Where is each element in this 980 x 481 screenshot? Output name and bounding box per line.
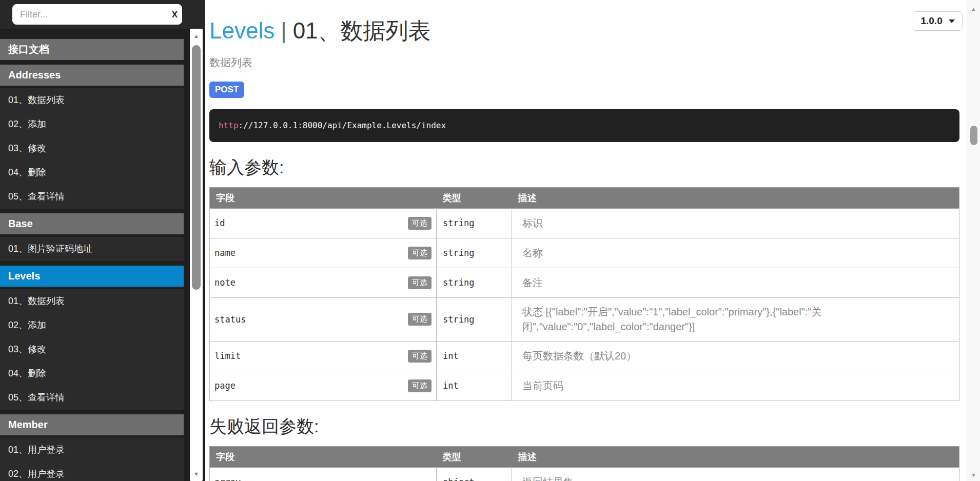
table-row: note可选string备注 [210,268,959,297]
api-name-link[interactable]: Levels [209,18,275,43]
table-header-cell: 类型 [437,446,512,467]
sidebar-nav-zone: 接口文档 Addresses01、数据列表02、添加03、修改04、删除05、查… [0,29,205,481]
table-header-cell: 描述 [512,446,959,467]
main-content: 1.0.0 Levels|01、数据列表 数据列表 POST http://12… [205,0,980,481]
type-name: string [443,277,474,288]
sidebar-item[interactable]: 02、添加 [0,112,184,136]
url-path: ://127.0.0.1:8000/api/Example.Levels/ind… [239,121,446,130]
type-name: string [443,314,474,325]
sidebar-item[interactable]: 01、数据列表 [0,88,184,112]
sidebar-doc-header: 接口文档 [0,39,184,60]
field-name: id [214,218,225,228]
type-name: string [443,218,474,228]
scroll-down-icon[interactable]: ▼ [967,472,980,478]
scroll-down-icon[interactable]: ▼ [190,471,203,477]
title-separator: | [275,18,292,43]
filter-input[interactable] [12,4,182,25]
scroll-up-icon[interactable]: ▲ [190,33,203,39]
table-header-row: 字段类型描述 [210,446,959,467]
sidebar-item[interactable]: 02、用户登录 [0,462,184,481]
optional-badge: 可选 [408,350,432,363]
http-method-badge: POST [209,82,244,98]
type-name: int [443,380,459,391]
description-cell: 返回结果集 [512,467,959,481]
table-header-row: 字段类型描述 [210,187,959,208]
fail-return-params-section: 失败返回参数: 字段类型描述 arrayobject返回结果集 [209,415,959,481]
sidebar-group-header[interactable]: Base [0,213,184,234]
field-cell: id可选 [210,208,437,238]
sidebar-item[interactable]: 02、添加 [0,313,184,337]
sidebar-item[interactable]: 01、用户登录 [0,438,184,462]
table-row: status可选string状态 [{"label":"开启","value":… [210,297,959,341]
description-cell: 状态 [{"label":"开启","value":"1","label_col… [512,297,959,341]
description-cell: 备注 [512,268,959,297]
field-name: page [214,380,236,391]
field-cell: status可选 [210,297,437,341]
field-name: note [214,277,236,288]
sidebar-scrollbar-thumb[interactable] [192,45,201,290]
scroll-up-icon[interactable]: ▲ [967,6,980,12]
table-row: limit可选int每页数据条数（默认20） [210,341,959,371]
params-table: 字段类型描述 arrayobject返回结果集 [209,446,959,481]
description-cell: 名称 [512,238,959,268]
app-window: X 接口文档 Addresses01、数据列表02、添加03、修改04、删除05… [0,0,980,481]
sidebar-group-header[interactable]: Levels [0,266,184,287]
version-dropdown[interactable]: 1.0.0 [913,11,963,31]
description-cell: 标识 [512,208,959,238]
type-cell: string [437,208,512,238]
field-cell: page可选 [210,371,437,400]
field-name: name [214,248,236,258]
description-cell: 当前页码 [512,371,959,400]
table-header-cell: 描述 [512,187,959,208]
sidebar-item[interactable]: 01、数据列表 [0,289,184,313]
method-description: 数据列表 [209,55,959,70]
optional-badge: 可选 [408,379,432,392]
sidebar-item[interactable]: 03、修改 [0,136,184,161]
optional-badge: 可选 [408,276,432,289]
table-row: arrayobject返回结果集 [210,467,959,481]
field-name: array [214,477,241,481]
sidebar-item[interactable]: 01、图片验证码地址 [0,237,184,261]
table-header-cell: 字段 [210,446,437,467]
type-cell: int [437,371,512,400]
caret-down-icon [949,19,955,23]
type-cell: string [437,297,512,341]
field-cell: name可选 [210,238,437,268]
url-scheme: http [219,121,239,130]
optional-badge: 可选 [408,313,432,326]
page-title: Levels|01、数据列表 [209,17,959,45]
sidebar-item[interactable]: 04、删除 [0,362,184,386]
sidebar-scrollbar[interactable]: ▲ ▼ [190,29,203,481]
sidebar-nav: 接口文档 Addresses01、数据列表02、添加03、修改04、删除05、查… [0,29,184,481]
sidebar-item[interactable]: 05、查看详情 [0,386,184,410]
table-row: id可选string标识 [210,208,959,238]
method-title: 01、数据列表 [293,18,431,43]
sidebar: X 接口文档 Addresses01、数据列表02、添加03、修改04、删除05… [0,0,205,481]
sidebar-group-header[interactable]: Member [0,414,184,435]
filter-clear-button[interactable]: X [172,10,178,19]
filter-bar: X [0,0,205,29]
optional-badge: 可选 [408,217,432,230]
sidebar-item[interactable]: 05、查看详情 [0,185,184,209]
version-label: 1.0.0 [920,15,942,26]
page-scrollbar[interactable]: ▲ ▼ [967,0,980,481]
type-cell: string [437,238,512,268]
sidebar-item[interactable]: 04、删除 [0,161,184,185]
type-cell: string [437,268,512,297]
type-name: string [443,248,474,258]
page-scrollbar-thumb[interactable] [970,126,977,145]
field-cell: note可选 [210,268,437,297]
field-cell: array [210,467,437,481]
sidebar-group-header[interactable]: Addresses [0,65,184,86]
params-table: 字段类型描述 id可选string标识name可选string名称note可选s… [209,187,959,401]
section-heading: 输入参数: [209,156,959,179]
type-cell: int [437,341,512,371]
section-heading: 失败返回参数: [209,415,959,438]
input-params-section: 输入参数: 字段类型描述 id可选string标识name可选string名称n… [209,156,959,401]
table-header-cell: 类型 [437,187,512,208]
endpoint-url-block: http://127.0.0.1:8000/api/Example.Levels… [209,109,959,142]
field-cell: limit可选 [210,341,437,371]
type-cell: object [437,467,512,481]
table-row: name可选string名称 [210,238,959,268]
sidebar-item[interactable]: 03、修改 [0,337,184,362]
